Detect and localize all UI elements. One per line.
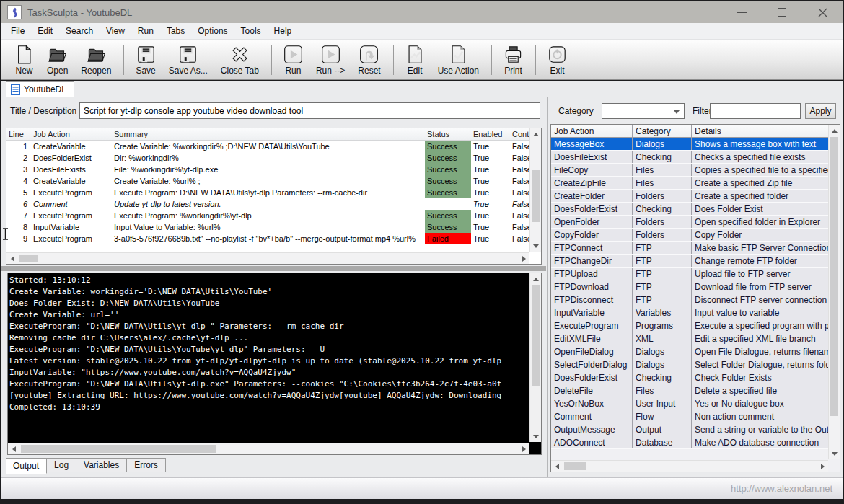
scrollbar-thumb[interactable] xyxy=(19,255,38,262)
scroll-down-icon[interactable] xyxy=(530,240,542,252)
scroll-up-icon[interactable] xyxy=(530,128,542,140)
print-button[interactable]: Print xyxy=(498,43,529,77)
panel-splitter[interactable] xyxy=(1,266,546,271)
action-row[interactable]: FTPDisconnect FTP Disconnect FTP server … xyxy=(551,293,828,306)
console-hscrollbar[interactable] xyxy=(8,443,529,454)
menu-item[interactable]: Search xyxy=(59,24,100,38)
scroll-left-icon[interactable] xyxy=(551,461,563,472)
action-row[interactable]: DeleteFile Files Delete a specified file xyxy=(551,384,828,397)
job-step-row[interactable]: 6 Comment Update yt-dlp to latest versio… xyxy=(6,198,529,210)
menu-item[interactable]: Tabs xyxy=(160,24,191,38)
action-row[interactable]: ExecuteProgram Programs Execute a specif… xyxy=(551,319,828,332)
scroll-right-icon[interactable] xyxy=(518,443,529,455)
menu-item[interactable]: File xyxy=(4,24,31,38)
action-row[interactable]: ADOConnect Database Make ADO database co… xyxy=(551,436,828,449)
menu-item[interactable]: Run xyxy=(131,24,160,38)
col-job-action[interactable]: Job Action xyxy=(551,125,633,137)
open-button[interactable]: Open xyxy=(41,43,74,77)
job-step-row[interactable]: 1 CreateVariable Create Variable: %worki… xyxy=(6,141,529,152)
job-step-row[interactable]: 8 InputVariable Input Value to Variable:… xyxy=(6,221,529,233)
filter-input[interactable] xyxy=(710,103,801,119)
close-tab-button[interactable]: Close Tab xyxy=(215,43,265,77)
action-row[interactable]: EditXMLFile XML Edit a specified XML fil… xyxy=(551,332,828,345)
exit-button[interactable]: Exit xyxy=(542,43,573,77)
action-row[interactable]: FTPDownload FTP Download file from FTP s… xyxy=(551,280,828,293)
scrollbar-thumb[interactable] xyxy=(21,445,216,453)
menu-item[interactable]: Options xyxy=(191,24,234,38)
action-row[interactable]: Comment Flow Non action comment xyxy=(551,410,828,423)
col-job-action[interactable]: Job Action xyxy=(31,128,112,140)
action-row[interactable]: CopyFolder Folders Copy Folder xyxy=(551,229,828,242)
scroll-down-icon[interactable] xyxy=(530,430,542,442)
action-row[interactable]: FTPChangeDir FTP Change remote FTP folde… xyxy=(551,255,828,268)
action-row[interactable]: OutputMessage Output Send a string or va… xyxy=(551,423,828,436)
console-tab[interactable]: Errors xyxy=(127,458,166,472)
action-row[interactable]: InputVariable Variables Input value to v… xyxy=(551,306,828,319)
job-step-row[interactable]: 4 CreateVariable Create Variable: %url% … xyxy=(6,175,529,187)
action-row[interactable]: FTPUpload FTP Upload file to FTP server xyxy=(551,268,828,280)
col-details[interactable]: Details xyxy=(692,125,828,137)
tab-youtubedl[interactable]: YoutubeDL xyxy=(6,81,74,97)
run-button[interactable]: Run xyxy=(278,43,309,77)
close-icon[interactable] xyxy=(802,1,843,23)
action-row[interactable]: MessageBox Dialogs Shows a message box w… xyxy=(551,138,828,151)
new-button[interactable]: New xyxy=(9,43,40,77)
console-tab[interactable]: Variables xyxy=(76,458,127,472)
scrollbar-thumb[interactable] xyxy=(564,462,586,470)
scroll-up-icon[interactable] xyxy=(530,273,542,285)
action-row[interactable]: DoesFolderExist Checking Does Folder Exi… xyxy=(551,203,828,216)
menu-item[interactable]: Help xyxy=(268,24,299,38)
scroll-right-icon[interactable] xyxy=(817,461,828,472)
console-tab[interactable]: Log xyxy=(47,458,76,472)
scroll-left-icon[interactable] xyxy=(6,253,18,265)
scroll-right-icon[interactable] xyxy=(518,253,529,265)
save-button[interactable]: Save xyxy=(130,43,161,77)
menu-item[interactable]: Edit xyxy=(31,24,59,38)
action-row[interactable]: DoesFolderExist Checking Check Folder Ex… xyxy=(551,371,828,384)
action-row[interactable]: FTPConnect FTP Make basic FTP Server Con… xyxy=(551,242,828,255)
action-row[interactable]: OpenFolder Folders Open specified folder… xyxy=(551,216,828,229)
action-row[interactable]: CreateZipFile Files Create a specified Z… xyxy=(551,177,828,190)
minimize-icon[interactable] xyxy=(721,1,762,23)
action-row[interactable]: YesOrNoBox User Input Yes or No dialogue… xyxy=(551,397,828,410)
scrollbar-thumb[interactable] xyxy=(830,137,838,416)
col-line[interactable]: Line xyxy=(6,128,31,140)
menu-item[interactable]: Tools xyxy=(234,24,268,38)
run-to-button[interactable]: Run --> xyxy=(310,43,351,77)
edit-button[interactable]: Edit xyxy=(400,43,431,77)
action-row[interactable]: OpenFileDialog Dialogs Open File Dialogu… xyxy=(551,345,828,358)
col-category[interactable]: Category xyxy=(633,125,692,137)
job-step-row[interactable]: 5 ExecuteProgram Execute Program: D:\NEW… xyxy=(6,187,529,198)
scrollbar-thumb[interactable] xyxy=(532,285,540,386)
reopen-button[interactable]: Reopen xyxy=(75,43,117,77)
menu-item[interactable]: View xyxy=(100,24,131,38)
action-row[interactable]: DoesFileExist Checking Checks a specifie… xyxy=(551,151,828,164)
console-vscrollbar[interactable] xyxy=(529,273,541,442)
action-row[interactable]: FileCopy Files Copies a specified file t… xyxy=(551,164,828,177)
col-status[interactable]: Status xyxy=(425,128,471,140)
reset-button[interactable]: Reset xyxy=(352,43,386,77)
col-continue[interactable]: Continu xyxy=(510,128,529,140)
job-step-row[interactable]: 9 ExecuteProgram 3-a0f5-576f9276689b.txt… xyxy=(6,233,529,244)
job-step-row[interactable]: 7 ExecuteProgram Execute Program: %worki… xyxy=(6,210,529,221)
job-table-hscrollbar[interactable] xyxy=(6,252,529,264)
actions-vscrollbar[interactable] xyxy=(828,125,840,459)
category-select[interactable] xyxy=(602,103,685,119)
job-table-vscrollbar[interactable] xyxy=(529,128,541,252)
title-description-input[interactable] xyxy=(79,102,540,119)
scroll-left-icon[interactable] xyxy=(8,443,19,455)
scrollbar-thumb[interactable] xyxy=(532,170,540,222)
console-tab[interactable]: Output xyxy=(6,458,47,474)
scroll-up-icon[interactable] xyxy=(829,125,840,136)
output-console[interactable]: Started: 13:10:12Create Variable: workin… xyxy=(7,273,542,455)
use-action-button[interactable]: Use Action xyxy=(432,43,485,77)
maximize-icon[interactable] xyxy=(762,1,802,23)
col-summary[interactable]: Summary xyxy=(112,128,425,140)
save-as-button[interactable]: Save As... xyxy=(163,43,214,77)
job-step-row[interactable]: 3 DoesFileExists File: %workingdir%\yt-d… xyxy=(6,164,529,175)
action-row[interactable]: CreateFolder Folders Create a specified … xyxy=(551,190,828,203)
action-row[interactable]: SelectFolderDialog Dialogs Select Folder… xyxy=(551,358,828,371)
apply-button[interactable]: Apply xyxy=(805,103,836,119)
scroll-down-icon[interactable] xyxy=(829,448,840,459)
col-enabled[interactable]: Enabled xyxy=(471,128,510,140)
